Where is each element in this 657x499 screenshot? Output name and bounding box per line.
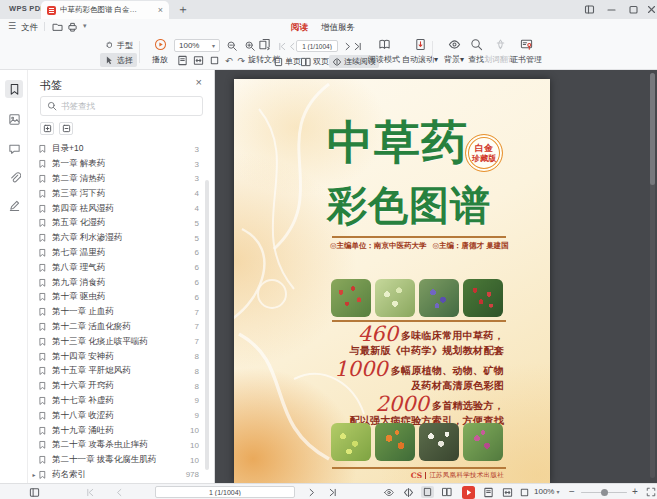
quickbar-caret-icon[interactable]: ▾ [83, 22, 87, 30]
bookmark-icon [38, 322, 47, 332]
continuous-read-button[interactable] [402, 486, 415, 498]
eye-protect-button[interactable] [382, 486, 395, 498]
panel-scrollbar[interactable] [205, 180, 209, 470]
last-page-button[interactable] [353, 42, 362, 51]
stat-line1: 多幅原植物、动物、矿物 [391, 365, 504, 376]
bookmark-item[interactable]: 第九章 消食药 6 [28, 275, 215, 290]
bookmark-item[interactable]: 第一章 解表药 3 [28, 157, 215, 172]
menu-file[interactable]: 文件 [21, 22, 38, 34]
paperclip-icon [8, 171, 21, 184]
page-number-input[interactable] [155, 486, 295, 498]
window-close-button[interactable] [646, 4, 657, 15]
play-button[interactable]: 播放 [142, 38, 178, 65]
bookmark-item[interactable]: 第十四章 安神药 8 [28, 349, 215, 364]
comments-panel-button[interactable] [5, 140, 23, 158]
window-minimize-button[interactable] [606, 4, 617, 15]
next-page-button[interactable] [343, 42, 352, 51]
actual-size-button[interactable] [209, 55, 220, 66]
panel-close-icon[interactable]: × [196, 77, 202, 88]
last-page-button[interactable] [326, 486, 339, 498]
rotate-right-icon[interactable]: ↷ [238, 56, 246, 66]
signature-panel-button[interactable] [5, 196, 23, 214]
document-tab[interactable]: 中草药彩色图谱 白金珍藏版 × [41, 1, 169, 19]
cover-photos-top [331, 279, 503, 317]
fit-width-button[interactable] [193, 55, 204, 66]
bookmark-item[interactable]: 第八章 理气药 6 [28, 260, 215, 275]
bookmark-item[interactable]: 第十八章 收涩药 9 [28, 408, 215, 423]
tab-close-icon[interactable]: × [158, 6, 163, 15]
window-maximize-button[interactable] [628, 4, 639, 15]
bookmark-item[interactable]: 第十七章 补虚药 9 [28, 394, 215, 409]
window-layout-button[interactable] [584, 4, 595, 15]
close-icon [646, 4, 657, 15]
bookmark-item[interactable]: 第十五章 平肝熄风药 8 [28, 364, 215, 379]
bookmark-item[interactable]: 第六章 利水渗湿药 5 [28, 231, 215, 246]
bookmark-expander-icon[interactable]: ▸ [30, 471, 38, 478]
open-file-button[interactable] [52, 22, 63, 32]
page-number-input[interactable] [296, 40, 338, 52]
bookmark-item[interactable]: 第四章 祛风湿药 4 [28, 201, 215, 216]
certificate-button[interactable]: 证书管理 [508, 38, 544, 65]
zoom-out-button[interactable] [226, 40, 238, 52]
zoom-level-select[interactable]: 100%▾ [534, 487, 559, 496]
bookmark-item[interactable]: 第十二章 活血化瘀药 7 [28, 320, 215, 335]
bookmark-item[interactable]: 第三章 泻下药 4 [28, 186, 215, 201]
new-tab-button[interactable]: ＋ [177, 2, 189, 16]
bookmark-item[interactable]: 第二章 清热药 3 [28, 172, 215, 187]
double-page-button[interactable] [440, 486, 453, 498]
zoom-select[interactable]: 100% ▾ [174, 39, 220, 52]
play-button[interactable] [461, 486, 475, 498]
expand-all-button[interactable] [40, 122, 54, 135]
attachments-panel-button[interactable] [5, 168, 23, 186]
tab-value-services[interactable]: 增值服务 [321, 22, 355, 34]
bookmarks-panel-button[interactable] [5, 80, 23, 98]
bookmark-item[interactable]: 第二十一章 拔毒化腐生肌药 10 [28, 453, 215, 468]
prev-page-button[interactable] [113, 486, 126, 498]
print-button[interactable] [67, 22, 78, 32]
hand-tool-button[interactable]: 手型 [100, 38, 137, 52]
first-page-button[interactable] [84, 486, 97, 498]
bookmark-label: 第一章 解表药 [52, 158, 195, 170]
first-page-button[interactable] [278, 42, 287, 51]
content-scrollbar-thumb[interactable] [650, 73, 655, 185]
fit-page-button[interactable] [177, 55, 188, 66]
cover-photo-red-berry-branch [331, 279, 371, 317]
actual-size-button[interactable] [518, 486, 531, 498]
zoom-slider-thumb[interactable] [601, 489, 608, 496]
bookmark-item[interactable]: 第十章 驱虫药 6 [28, 290, 215, 305]
single-page-button[interactable] [421, 486, 434, 498]
next-page-button[interactable] [305, 486, 318, 498]
bookmark-item[interactable]: 目录+10 3 [28, 142, 215, 157]
bookmark-item[interactable]: 第十九章 涌吐药 10 [28, 423, 215, 438]
bookmark-item[interactable]: 第十三章 化痰止咳平喘药 7 [28, 334, 215, 349]
bookmark-search-input[interactable] [61, 101, 181, 111]
bookmark-item[interactable]: 第七章 温里药 6 [28, 246, 215, 261]
bookmark-item[interactable]: 第二十章 攻毒杀虫止痒药 10 [28, 438, 215, 453]
main-menu-icon[interactable]: ☰ [8, 21, 16, 31]
bookmark-item[interactable]: 第五章 化湿药 5 [28, 216, 215, 231]
read-mode-button[interactable]: 阅读模式 [366, 38, 402, 65]
select-tool-button[interactable]: 选择 [100, 53, 137, 67]
bookmark-item[interactable]: 第十一章 止血药 7 [28, 305, 215, 320]
bookmark-search[interactable] [40, 96, 203, 116]
bookmark-label: 第四章 祛风湿药 [52, 203, 195, 215]
fullscreen-button[interactable] [644, 486, 657, 498]
document-view[interactable]: 中草药 白金 珍藏版 彩色图谱 ◎主编单位：南京中医药大学◎主编：唐德才 巢建国 [215, 70, 657, 483]
eye-icon [383, 487, 395, 498]
last-page-icon [328, 488, 337, 497]
thumbnails-panel-button[interactable] [5, 110, 23, 128]
collapse-all-button[interactable] [59, 122, 73, 135]
sidebar-toggle-button[interactable] [28, 486, 41, 498]
cover-stat: 2000多首精选验方， 配以强大病症验方索引，方便查找 [292, 394, 504, 426]
rotate-left-icon[interactable]: ↶ [225, 56, 233, 66]
fit-width-button[interactable] [501, 486, 514, 498]
zoom-out-button[interactable]: − [569, 486, 575, 497]
app-button[interactable]: WPS PDF [9, 4, 45, 13]
bookmark-page-number: 3 [195, 145, 215, 154]
bookmark-item[interactable]: 第十六章 开窍药 8 [28, 379, 215, 394]
bookmark-item[interactable]: ▸ 药名索引 978 [28, 468, 215, 483]
cover-photos-bottom [331, 423, 503, 461]
fit-page-button[interactable] [482, 486, 495, 498]
zoom-in-button[interactable]: + [632, 486, 638, 497]
side-icon-strip [0, 70, 28, 483]
